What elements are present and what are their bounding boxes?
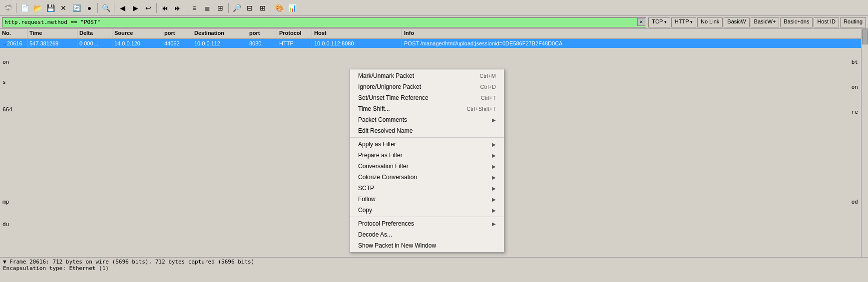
ctx-protocol-preferences[interactable]: Protocol Preferences ▶ [350, 218, 504, 229]
packet-list-header: No. Time Delta Source port Destination p… [0, 29, 868, 39]
ctx-colorize-conversation[interactable]: Colorize Conversation ▶ [350, 172, 504, 183]
ctx-apply-filter-arrow: ▶ [492, 142, 496, 147]
back-btn[interactable]: ◀ [116, 2, 128, 14]
new-btn[interactable]: 📄 [18, 2, 30, 14]
ctx-sctp-label: SCTP [358, 185, 492, 192]
filter-clear-button[interactable]: ✕ [637, 18, 645, 26]
vertical-scrollbar[interactable] [861, 29, 868, 257]
toolbar: 🦈 📄 📂 💾 ✕ 🔄 ● 🔍 ◀ ▶ ↩ ⏮ ⏭ ≡ ≣ ⊞ 🔎 ⊟ ⊞ 🎨 … [0, 0, 868, 16]
host-id-btn[interactable]: Host ID [814, 17, 839, 27]
ctx-time-ref-shortcut: Ctrl+T [481, 95, 496, 101]
zoom-out-btn[interactable]: ⊟ [244, 2, 256, 14]
ctx-copy[interactable]: Copy ▶ [350, 205, 504, 216]
filter-input-wrap: ✕ [2, 17, 646, 27]
ctx-mark-unmark[interactable]: Mark/Unmark Packet Ctrl+M [350, 70, 504, 81]
ctx-apply-filter-label: Apply as Filter [358, 141, 492, 148]
col-header-no[interactable]: No. [0, 29, 27, 38]
main-area: on s 664 mp du bt on re od No. Time Delt… [0, 29, 868, 282]
col-header-info[interactable]: Info [402, 29, 868, 38]
sep5 [186, 3, 186, 13]
col-header-protocol[interactable]: Protocol [277, 29, 312, 38]
ctx-proto-prefs-label: Protocol Preferences [358, 220, 492, 227]
ctx-packet-comments[interactable]: Packet Comments ▶ [350, 114, 504, 125]
ctx-copy-label: Copy [358, 207, 492, 214]
http-proto-btn[interactable]: HTTP [671, 17, 696, 27]
ctx-time-shift[interactable]: Time Shift... Ctrl+Shift+T [350, 103, 504, 114]
capture-btn[interactable]: ● [83, 2, 95, 14]
scrollbar-thumb[interactable] [862, 29, 868, 44]
ctx-conv-filter-label: Conversation Filter [358, 163, 492, 170]
ctx-time-reference[interactable]: Set/Unset Time Reference Ctrl+T [350, 92, 504, 103]
ctx-sep1 [350, 137, 504, 138]
ctx-conversation-filter[interactable]: Conversation Filter ▶ [350, 161, 504, 172]
ctx-apply-as-filter[interactable]: Apply as Filter ▶ [350, 139, 504, 150]
ctx-copy-arrow: ▶ [492, 208, 496, 213]
sep6 [228, 3, 229, 13]
close-btn[interactable]: ✕ [57, 2, 69, 14]
hex-view-btn[interactable]: ⊞ [214, 2, 226, 14]
ctx-packet-comments-label: Packet Comments [358, 116, 492, 123]
ctx-sctp[interactable]: SCTP ▶ [350, 183, 504, 194]
col-header-destination[interactable]: Destination [192, 29, 247, 38]
col-header-source[interactable]: Source [112, 29, 162, 38]
ctx-prepare-filter-arrow: ▶ [492, 153, 496, 158]
col-header-delta[interactable]: Delta [77, 29, 112, 38]
cell-dport: 8080 [247, 39, 277, 48]
col-header-sport[interactable]: port [162, 29, 192, 38]
reload-btn[interactable]: 🔄 [70, 2, 82, 14]
detail-view-btn[interactable]: ≣ [201, 2, 213, 14]
ctx-mark-unmark-shortcut: Ctrl+M [479, 73, 496, 79]
wireshark-logo-btn[interactable]: 🦈 [2, 2, 14, 14]
ctx-time-shift-shortcut: Ctrl+Shift+T [466, 106, 496, 112]
ctx-decode-as[interactable]: Decode As... [350, 229, 504, 240]
ctx-time-shift-label: Time Shift... [358, 105, 451, 112]
stats-btn[interactable]: 📊 [286, 2, 298, 14]
ctx-follow-arrow: ▶ [492, 197, 496, 202]
first-btn[interactable]: ⏮ [159, 2, 171, 14]
basic-dns-btn[interactable]: Basic+dns [780, 17, 813, 27]
zoom-normal-btn[interactable]: ⊞ [257, 2, 269, 14]
ctx-colorize-arrow: ▶ [492, 175, 496, 180]
ctx-follow[interactable]: Follow ▶ [350, 194, 504, 205]
ctx-edit-resolved-name[interactable]: Edit Resolved Name [350, 125, 504, 136]
sep1 [16, 3, 16, 13]
cell-info: POST /manager/html/upload;jsessionid=0DE… [402, 39, 868, 48]
colorize-btn[interactable]: 🎨 [273, 2, 285, 14]
save-btn[interactable]: 💾 [44, 2, 56, 14]
col-header-time[interactable]: Time [27, 29, 77, 38]
no-link-btn[interactable]: No Link [697, 17, 723, 27]
find-btn[interactable]: 🔍 [100, 2, 112, 14]
sep4 [156, 3, 157, 13]
cell-protocol: HTTP [277, 39, 312, 48]
cell-sport: 44062 [162, 39, 192, 48]
routing-btn[interactable]: Routing [840, 17, 866, 27]
cell-delta: 0.000… [77, 39, 112, 48]
tcp-proto-btn[interactable]: TCP [648, 17, 670, 27]
ctx-proto-prefs-arrow: ▶ [492, 221, 496, 227]
col-header-host[interactable]: Host [312, 29, 402, 38]
status-line2: Encapsulation type: Ethernet (1) [3, 265, 865, 272]
cell-no: → 20616 [0, 39, 27, 48]
sep7 [271, 3, 271, 13]
basicw-btn[interactable]: BasicW [724, 17, 749, 27]
open-btn[interactable]: 📂 [31, 2, 43, 14]
filter-input[interactable] [2, 17, 646, 27]
list-view-btn[interactable]: ≡ [188, 2, 200, 14]
undo-jump-btn[interactable]: ↩ [142, 2, 154, 14]
last-btn[interactable]: ⏭ [172, 2, 184, 14]
table-row[interactable]: → 20616 547.381269 0.000… 14.0.0.120 440… [0, 39, 868, 48]
ctx-decode-as-label: Decode As... [358, 231, 496, 238]
ctx-colorize-label: Colorize Conversation [358, 174, 492, 181]
ctx-show-new-win-label: Show Packet in New Window [358, 242, 496, 249]
ctx-conv-filter-arrow: ▶ [492, 164, 496, 169]
col-header-dport[interactable]: port [247, 29, 277, 38]
forward-btn[interactable]: ▶ [129, 2, 141, 14]
ctx-prepare-as-filter[interactable]: Prepare as Filter ▶ [350, 150, 504, 161]
cell-host: 10.0.0.112:8080 [312, 39, 402, 48]
context-menu: Mark/Unmark Packet Ctrl+M Ignore/Unignor… [350, 69, 504, 253]
basicw-plus-btn[interactable]: BasicW+ [751, 17, 780, 27]
ctx-show-new-window[interactable]: Show Packet in New Window [350, 240, 504, 251]
status-bar: ▼ Frame 20616: 712 bytes on wire (5696 b… [0, 257, 868, 282]
ctx-ignore-unignore[interactable]: Ignore/Unignore Packet Ctrl+D [350, 81, 504, 92]
zoom-in-btn[interactable]: 🔎 [231, 2, 243, 14]
